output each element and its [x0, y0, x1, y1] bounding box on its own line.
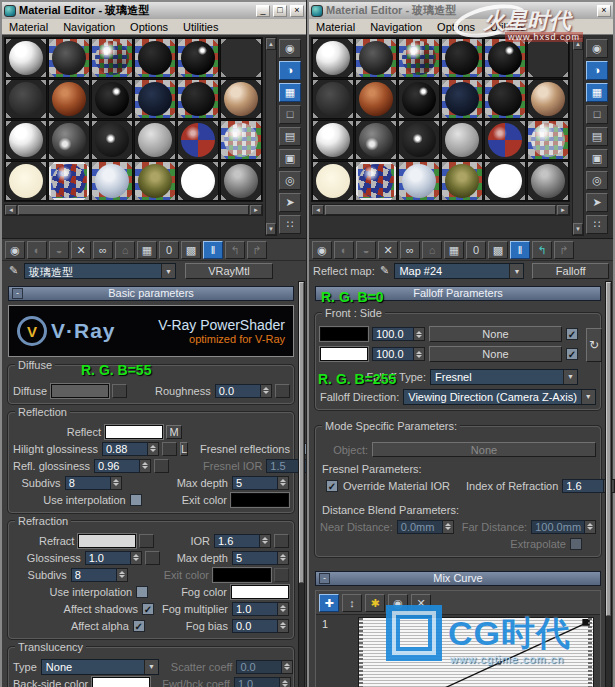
palette-horizontal-scrollbar[interactable]: ◄ ►	[4, 204, 263, 216]
swap-colors-icon[interactable]: ↻	[586, 328, 602, 362]
material-sample-slot[interactable]	[177, 38, 219, 78]
close-button[interactable]: ×	[290, 5, 304, 17]
get-material-icon[interactable]: ◉	[5, 241, 25, 259]
far-distance-spinner[interactable]: 100.0mm	[531, 520, 596, 534]
material-sample-slot[interactable]	[398, 120, 440, 160]
reflect-map-button[interactable]: M	[166, 425, 182, 439]
scroll-up-icon[interactable]: ▲	[266, 38, 276, 50]
side-map-button[interactable]: None	[429, 346, 562, 362]
menu-utilities[interactable]: Utilities	[490, 21, 525, 33]
make-preview-icon[interactable]: ▣	[279, 149, 301, 168]
material-sample-slot[interactable]	[134, 79, 176, 119]
material-map-navigator-icon[interactable]: ∷	[279, 215, 301, 234]
scrollbar-thumb[interactable]	[325, 205, 556, 215]
use-interpolation-checkbox[interactable]	[136, 586, 148, 598]
scroll-left-icon[interactable]: ◄	[5, 205, 17, 215]
falloff-type-dropdown[interactable]: Fresnel ▼	[430, 369, 578, 385]
move-point-icon[interactable]: ✚	[319, 594, 339, 612]
material-sample-slot[interactable]	[441, 38, 483, 78]
material-sample-slot[interactable]	[177, 161, 219, 201]
use-interpolation-checkbox[interactable]	[130, 494, 142, 506]
scatter-coeff-spinner[interactable]: 0.0	[236, 660, 293, 674]
material-sample-slot[interactable]	[134, 38, 176, 78]
material-type-button[interactable]: VRayMtl	[185, 263, 273, 279]
affect-alpha-checkbox[interactable]	[133, 620, 145, 632]
material-sample-slot[interactable]	[398, 161, 440, 201]
max-depth-spinner[interactable]: 5	[232, 551, 289, 565]
exit-color-map-button[interactable]	[274, 568, 289, 582]
reset-map-icon[interactable]: ✕	[71, 241, 91, 259]
front-amount-spinner[interactable]: 100.0	[372, 327, 425, 341]
put-material-to-scene-icon[interactable]: ◐	[27, 241, 47, 259]
material-sample-slot[interactable]	[48, 79, 90, 119]
dropdown-arrow-icon[interactable]: ▼	[581, 390, 595, 404]
front-map-button[interactable]: None	[429, 326, 562, 342]
material-sample-slot[interactable]	[398, 38, 440, 78]
pick-material-eyedropper-icon[interactable]: ✎	[6, 264, 21, 279]
fog-multiplier-spinner[interactable]: 1.0	[232, 602, 289, 616]
menu-navigation[interactable]: Navigation	[370, 21, 422, 33]
material-sample-slot[interactable]	[484, 79, 526, 119]
material-sample-slot[interactable]	[484, 120, 526, 160]
front-map-checkbox[interactable]	[566, 328, 578, 340]
params-scrollbar[interactable]	[605, 281, 612, 687]
go-to-parent-icon[interactable]: ↰	[225, 241, 245, 259]
material-sample-slot[interactable]	[355, 120, 397, 160]
scrollbar-track[interactable]	[573, 50, 583, 223]
make-material-copy-icon[interactable]: ∞	[400, 241, 420, 259]
material-sample-slot[interactable]	[5, 120, 47, 160]
sample-uv-tiling-icon[interactable]: □	[586, 105, 608, 124]
go-forward-to-sibling-icon[interactable]: ↱	[554, 241, 574, 259]
scrollbar-track[interactable]	[266, 50, 276, 223]
material-sample-slot[interactable]	[5, 79, 47, 119]
material-sample-slot[interactable]	[91, 161, 133, 201]
palette-horizontal-scrollbar[interactable]: ◄ ►	[311, 204, 570, 216]
hilight-glossiness-spinner[interactable]: 0.88	[102, 442, 159, 456]
diffuse-color-swatch[interactable]	[51, 384, 109, 398]
material-sample-slot[interactable]	[312, 79, 354, 119]
params-scrollbar-thumb[interactable]	[299, 282, 304, 583]
exit-color-swatch[interactable]	[231, 493, 289, 507]
hilight-map-button[interactable]	[162, 442, 177, 456]
material-sample-slot[interactable]	[398, 79, 440, 119]
scroll-down-icon[interactable]: ▼	[573, 223, 583, 235]
menu-options[interactable]: Options	[437, 21, 475, 33]
material-sample-slot[interactable]	[355, 161, 397, 201]
front-color-swatch[interactable]	[320, 327, 368, 341]
material-sample-slot[interactable]	[312, 120, 354, 160]
glossiness-map-button[interactable]	[145, 551, 160, 565]
max-depth-spinner[interactable]: 5	[232, 476, 289, 490]
object-picker-button[interactable]: None	[372, 442, 596, 457]
material-sample-slot[interactable]	[312, 38, 354, 78]
refl-gloss-map-button[interactable]	[154, 459, 169, 473]
ior-map-button[interactable]	[274, 534, 289, 548]
params-scrollbar[interactable]	[298, 281, 305, 687]
material-sample-slot[interactable]	[312, 161, 354, 201]
make-preview-icon[interactable]: ▣	[586, 149, 608, 168]
falloff-direction-dropdown[interactable]: Viewing Direction (Camera Z-Axis) ▼	[403, 389, 596, 405]
map-name-dropdown[interactable]: Map #24 ▼	[394, 263, 524, 279]
put-material-to-scene-icon[interactable]: ◐	[334, 241, 354, 259]
go-to-parent-icon[interactable]: ↰	[532, 241, 552, 259]
material-sample-slot[interactable]	[527, 79, 569, 119]
material-sample-slot[interactable]	[527, 161, 569, 201]
glossiness-spinner[interactable]: 1.0	[85, 551, 142, 565]
material-id-channel-icon[interactable]: 0	[159, 241, 179, 259]
rollout-basic-parameters[interactable]: - Basic parameters	[8, 286, 294, 301]
put-to-library-icon[interactable]: ▦	[137, 241, 157, 259]
ior-spinner[interactable]: 1.6	[214, 534, 271, 548]
material-sample-slot[interactable]	[91, 120, 133, 160]
delete-point-icon[interactable]: ✕	[411, 594, 431, 612]
material-sample-slot[interactable]	[48, 120, 90, 160]
reflect-color-swatch[interactable]	[105, 425, 163, 439]
scroll-right-icon[interactable]: ►	[557, 205, 569, 215]
refl-glossiness-spinner[interactable]: 0.96	[94, 459, 151, 473]
subdivs-spinner[interactable]: 8	[65, 476, 122, 490]
material-sample-slot[interactable]	[134, 120, 176, 160]
options-icon[interactable]: ◎	[586, 171, 608, 190]
collapse-icon[interactable]: -	[319, 573, 330, 584]
sample-uv-tiling-icon[interactable]: □	[279, 105, 301, 124]
get-material-icon[interactable]: ◉	[312, 241, 332, 259]
subdivs-spinner[interactable]: 8	[71, 568, 128, 582]
side-amount-spinner[interactable]: 100.0	[372, 347, 425, 361]
